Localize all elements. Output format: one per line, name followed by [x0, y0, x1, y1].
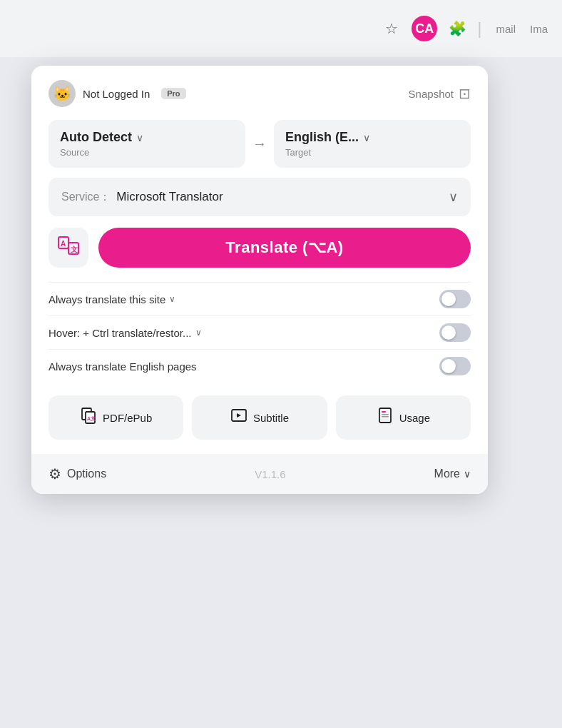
translate-mode-icon: A 文	[57, 234, 80, 262]
pdf-epub-label: PDF/ePub	[103, 412, 152, 424]
puzzle-icon: 🧩	[449, 20, 466, 37]
star-icon: ☆	[385, 20, 398, 37]
always-translate-site-chevron-icon: ∨	[169, 294, 175, 304]
not-logged-in-label: Not Logged In	[83, 88, 150, 100]
source-language-button[interactable]: Auto Detect ∨ Source	[48, 120, 245, 168]
more-chevron-icon: ∨	[464, 468, 471, 480]
source-language-label: Source	[60, 147, 234, 158]
popup-footer: ⚙ Options V1.1.6 More ∨	[31, 454, 488, 494]
svg-rect-9	[379, 408, 391, 423]
translate-row: A 文 Translate (⌥A)	[48, 228, 471, 268]
target-language-name: English (E...	[285, 130, 359, 145]
always-translate-site-label: Always translate this site ∨	[48, 293, 175, 305]
service-name: Microsoft Translator	[116, 190, 449, 204]
always-translate-site-toggle[interactable]	[439, 290, 471, 308]
options-gear-icon: ⚙	[48, 465, 61, 482]
more-button[interactable]: More ∨	[434, 467, 471, 480]
puzzle-button[interactable]: 🧩	[444, 16, 470, 41]
subtitle-icon	[230, 407, 247, 428]
avatar-emoji: 🐱	[53, 85, 71, 102]
always-translate-site-row: Always translate this site ∨	[48, 282, 471, 315]
hover-translate-label: Hover: + Ctrl translate/restor... ∨	[48, 327, 202, 339]
hover-translate-toggle[interactable]	[439, 323, 471, 342]
always-translate-english-label: Always translate English pages	[48, 360, 197, 373]
user-info: 🐱 Not Logged In Pro	[48, 80, 186, 107]
browser-divider: |	[477, 19, 481, 39]
svg-rect-12	[382, 416, 389, 418]
popup-header: 🐱 Not Logged In Pro Snapshot ⊡	[48, 80, 471, 107]
svg-text:A文: A文	[87, 415, 96, 421]
snapshot-icon: ⊡	[459, 85, 471, 102]
browser-bar: ☆ CA 🧩 | mail Ima	[0, 0, 562, 57]
svg-rect-10	[382, 411, 386, 413]
svg-marker-8	[237, 413, 241, 418]
snapshot-button[interactable]: Snapshot ⊡	[409, 85, 471, 102]
avatar: 🐱	[48, 80, 76, 107]
options-label: Options	[67, 467, 106, 480]
snapshot-label: Snapshot	[409, 88, 454, 100]
source-chevron-icon: ∨	[136, 132, 143, 143]
language-arrow: →	[252, 136, 267, 152]
pro-badge: Pro	[161, 88, 185, 99]
star-button[interactable]: ☆	[379, 16, 404, 41]
target-language-label: Target	[285, 147, 459, 158]
usage-icon	[377, 407, 394, 428]
translate-button[interactable]: Translate (⌥A)	[98, 228, 471, 268]
svg-text:A: A	[61, 240, 66, 248]
service-label: Service：	[61, 190, 111, 205]
usage-button[interactable]: Usage	[336, 395, 471, 440]
language-row: Auto Detect ∨ Source → English (E... ∨ T…	[48, 120, 471, 168]
hover-translate-row: Hover: + Ctrl translate/restor... ∨	[48, 315, 471, 349]
pdf-epub-button[interactable]: A文 PDF/ePub	[48, 395, 183, 440]
action-buttons: A文 PDF/ePub Subtitle	[48, 383, 471, 454]
target-chevron-icon: ∨	[363, 132, 370, 143]
source-language-name: Auto Detect	[60, 130, 132, 145]
translate-mode-button[interactable]: A 文	[48, 228, 88, 268]
target-language-button[interactable]: English (E... ∨ Target	[274, 120, 471, 168]
version-label: V1.1.6	[255, 468, 285, 480]
translation-popup: 🐱 Not Logged In Pro Snapshot ⊡ Auto Dete…	[31, 66, 488, 494]
always-translate-english-row: Always translate English pages	[48, 349, 471, 383]
service-chevron-icon: ∨	[449, 189, 458, 205]
tab-label-mail: mail	[496, 23, 516, 35]
subtitle-button[interactable]: Subtitle	[192, 395, 327, 440]
pdf-epub-icon: A文	[80, 407, 97, 428]
more-label: More	[434, 467, 460, 480]
usage-label: Usage	[399, 412, 430, 424]
options-button[interactable]: ⚙ Options	[48, 465, 106, 482]
hover-translate-chevron-icon: ∨	[195, 328, 202, 338]
svg-rect-11	[382, 414, 389, 415]
translate-ext-icon: CA	[415, 21, 434, 36]
service-selector[interactable]: Service： Microsoft Translator ∨	[48, 178, 471, 216]
subtitle-label: Subtitle	[253, 412, 289, 424]
tab-label-ima: Ima	[530, 23, 548, 35]
always-translate-english-toggle[interactable]	[439, 357, 471, 375]
svg-text:文: 文	[71, 246, 78, 253]
translate-extension-button[interactable]: CA	[412, 16, 437, 41]
